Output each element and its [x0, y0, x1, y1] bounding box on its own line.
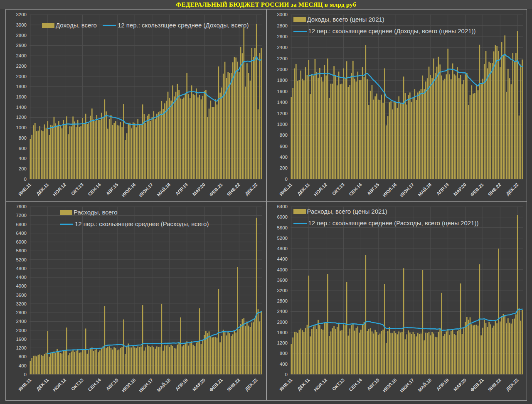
bar [332, 84, 333, 179]
bar [131, 128, 132, 179]
bar [319, 325, 320, 374]
bar [502, 56, 504, 179]
y-tick-label: 4000 [16, 283, 27, 288]
bar [137, 346, 138, 374]
bar [314, 325, 315, 374]
bar [98, 120, 99, 179]
x-tick-label: ЯНВ.22 [487, 377, 502, 392]
bar [166, 101, 167, 179]
bar [251, 48, 252, 179]
bar [55, 353, 56, 374]
bar [305, 328, 306, 374]
bar [392, 109, 393, 179]
bar [493, 326, 494, 374]
bar [327, 59, 328, 179]
bar [158, 347, 159, 374]
x-tick-label: АВГ.15 [366, 377, 380, 392]
charts-grid: 0200400600800100012001400160018002000220… [0, 9, 532, 401]
bar [98, 352, 99, 374]
bar [147, 116, 148, 179]
bar [373, 333, 374, 374]
bar [300, 328, 301, 374]
bar [180, 318, 181, 374]
bar [298, 330, 300, 374]
bar [191, 341, 192, 374]
bar [202, 96, 203, 179]
bar [367, 79, 368, 179]
bar [480, 335, 482, 374]
bar [487, 68, 488, 179]
bar [482, 328, 483, 374]
y-tick-label: 1200 [277, 340, 288, 345]
bar [57, 126, 58, 179]
bar [426, 78, 428, 179]
bar [118, 350, 120, 374]
bar [514, 62, 515, 179]
bar [95, 121, 96, 179]
x-tick-label: АПР.19 [175, 182, 189, 196]
bar [447, 49, 448, 179]
bar [469, 317, 470, 374]
chart-revenue-real-2021: 0200400600800100012001400160018002000220… [266, 9, 527, 201]
y-tick-label: 2800 [16, 33, 27, 38]
bar [63, 350, 64, 374]
bar [438, 332, 439, 374]
bar [515, 53, 517, 179]
chart-revenue-nominal: 0200400600800100012001400160018002000220… [5, 9, 266, 201]
x-tick-label: ОКТ.13 [70, 182, 84, 196]
x-tick-label: ДЕК.11 [35, 377, 49, 392]
bar [69, 126, 71, 179]
bar [381, 95, 382, 179]
bar [412, 332, 414, 374]
bar [223, 74, 224, 179]
chart-expenditure-nominal: 0400800120016002000240028003200360040004… [5, 201, 266, 401]
x-tick-label: МАЙ.18 [156, 377, 171, 393]
bar [306, 75, 308, 179]
bar [62, 128, 63, 179]
bar [120, 122, 121, 179]
bar [204, 91, 205, 179]
bar [96, 349, 97, 374]
bar [340, 84, 341, 179]
bar [430, 335, 431, 374]
y-tick-label: 1200 [277, 111, 288, 116]
bar [328, 336, 330, 374]
bar [347, 87, 349, 179]
y-tick-label: 600 [19, 146, 27, 151]
y-tick-label: 6000 [16, 239, 27, 244]
bar [201, 99, 202, 179]
bar [518, 116, 520, 179]
bar [169, 347, 170, 374]
y-tick-label: 2400 [277, 309, 288, 314]
bar [219, 342, 221, 374]
bar [292, 337, 293, 374]
y-tick-label: 400 [19, 156, 27, 161]
bar [468, 105, 469, 179]
bar [49, 357, 50, 374]
y-tick-label: 1000 [277, 122, 288, 127]
bar [125, 354, 126, 374]
bar [210, 101, 211, 179]
y-tick-label: 4400 [277, 256, 288, 261]
y-tick-label: 3200 [277, 288, 288, 293]
bar [85, 328, 86, 374]
bar [54, 117, 55, 179]
y-tick-label: 6800 [16, 222, 27, 227]
bar [207, 333, 208, 374]
bar [217, 104, 218, 179]
bar [39, 355, 40, 374]
y-tick-label: 2200 [16, 64, 27, 69]
bar [117, 125, 118, 179]
bar [227, 331, 229, 374]
bar [428, 67, 429, 179]
y-tick-label: 800 [19, 135, 27, 140]
bar [79, 353, 80, 374]
bar [425, 81, 426, 179]
bar [369, 328, 371, 374]
bar [390, 333, 392, 374]
bar [518, 308, 520, 374]
y-tick-label: 3000 [277, 12, 288, 17]
bar [393, 331, 394, 374]
bar [234, 330, 235, 374]
bar [509, 78, 510, 179]
